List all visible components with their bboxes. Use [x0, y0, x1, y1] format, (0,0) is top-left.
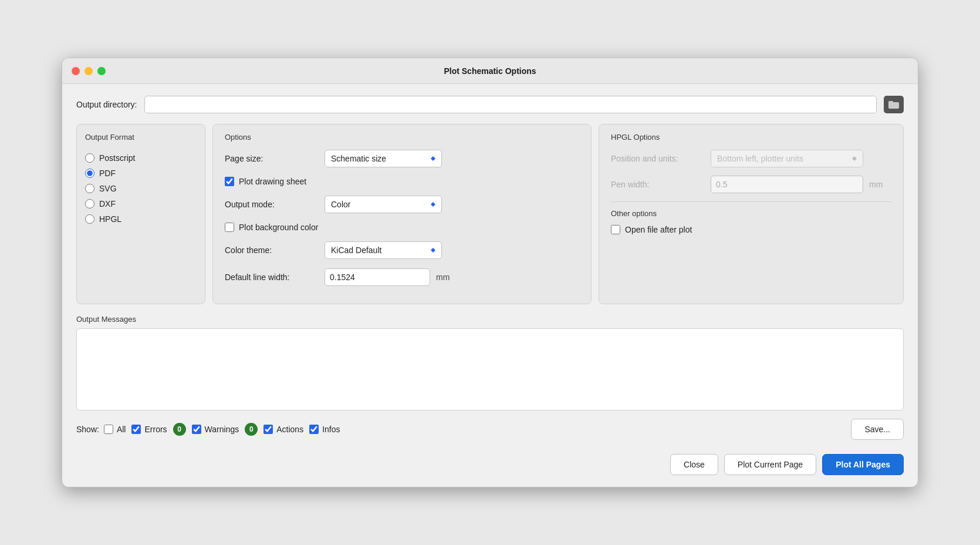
main-panels: Output Format Postscript PDF SVG [76, 124, 904, 304]
color-theme-label: Color theme: [225, 245, 319, 255]
show-label: Show: [76, 425, 99, 434]
radio-label-svg: SVG [99, 184, 117, 193]
output-format-radio-group: Postscript PDF SVG DXF [85, 153, 197, 224]
output-directory-input[interactable] [144, 96, 877, 113]
page-size-row: Page size: Schematic size A4 A3 Letter [225, 150, 579, 167]
color-theme-row: Color theme: KiCad Default User [225, 241, 579, 259]
radio-hpgl[interactable]: HPGL [85, 214, 197, 224]
radio-input-svg[interactable] [85, 184, 94, 193]
minimize-window-button[interactable] [85, 67, 93, 75]
radio-svg[interactable]: SVG [85, 184, 197, 193]
plot-background-label: Plot background color [239, 223, 318, 232]
pen-width-label: Pen width: [611, 180, 705, 189]
svg-rect-1 [888, 101, 893, 103]
plot-background-row: Plot background color [225, 223, 579, 232]
radio-input-postscript[interactable] [85, 153, 94, 163]
pen-width-unit: mm [869, 180, 883, 189]
close-window-button[interactable] [72, 67, 80, 75]
show-warnings-label: Warnings [205, 425, 239, 434]
plot-background-checkbox[interactable] [225, 223, 234, 232]
window-title: Plot Schematic Options [444, 66, 536, 76]
radio-label-dxf: DXF [99, 199, 116, 208]
radio-postscript[interactable]: Postscript [85, 153, 197, 163]
open-file-checkbox[interactable] [611, 225, 620, 234]
titlebar: Plot Schematic Options [62, 58, 918, 84]
default-line-width-input[interactable]: 0.1524 [325, 268, 430, 286]
save-button[interactable]: Save... [851, 419, 904, 440]
page-size-select[interactable]: Schematic size A4 A3 Letter [325, 150, 442, 167]
show-errors-label: Errors [144, 425, 167, 434]
bottom-buttons: Close Plot Current Page Plot All Pages [76, 448, 904, 475]
folder-icon [888, 100, 899, 109]
show-actions-label: Actions [276, 425, 303, 434]
options-title: Options [225, 133, 579, 142]
position-units-label: Position and units: [611, 154, 705, 163]
radio-input-pdf[interactable] [85, 169, 94, 178]
show-infos-checkbox[interactable] [309, 425, 319, 434]
plot-drawing-sheet-label: Plot drawing sheet [239, 177, 306, 186]
output-mode-row: Output mode: Color Black and White [225, 196, 579, 213]
filter-all: All [104, 425, 126, 434]
hpgl-options-title: HPGL Options [611, 133, 891, 142]
warnings-badge: 0 [245, 423, 258, 436]
radio-label-hpgl: HPGL [99, 214, 121, 224]
radio-input-dxf[interactable] [85, 199, 94, 208]
main-content: Output directory: Output Format Postscri… [62, 84, 918, 487]
show-infos-label: Infos [322, 425, 340, 434]
main-window: Plot Schematic Options Output directory:… [62, 58, 918, 487]
pen-width-row: Pen width: mm [611, 176, 891, 193]
options-panel: Options Page size: Schematic size A4 A3 … [212, 124, 592, 304]
output-mode-select[interactable]: Color Black and White [325, 196, 442, 213]
show-all-checkbox[interactable] [104, 425, 113, 434]
hpgl-options-panel: HPGL Options Position and units: Bottom … [599, 124, 904, 304]
output-messages-section: Output Messages [76, 315, 904, 411]
radio-label-pdf: PDF [99, 169, 116, 178]
default-line-width-unit: mm [436, 272, 450, 282]
output-format-panel: Output Format Postscript PDF SVG [76, 124, 205, 304]
output-format-title: Output Format [85, 133, 197, 142]
radio-input-hpgl[interactable] [85, 214, 94, 224]
output-directory-row: Output directory: [76, 96, 904, 113]
filter-infos: Infos [309, 425, 340, 434]
show-all-label: All [117, 425, 126, 434]
errors-badge: 0 [173, 423, 186, 436]
filter-warnings: Warnings 0 [192, 423, 258, 436]
plot-drawing-sheet-row: Plot drawing sheet [225, 177, 579, 186]
pen-width-input [711, 176, 863, 193]
maximize-window-button[interactable] [97, 67, 106, 75]
page-size-label: Page size: [225, 154, 319, 163]
position-units-row: Position and units: Bottom left, plotter… [611, 150, 891, 167]
plot-drawing-sheet-checkbox[interactable] [225, 177, 234, 186]
default-line-width-label: Default line width: [225, 272, 319, 282]
hpgl-divider [611, 201, 891, 202]
radio-pdf[interactable]: PDF [85, 169, 197, 178]
color-theme-select[interactable]: KiCad Default User [325, 241, 442, 259]
show-warnings-checkbox[interactable] [192, 425, 201, 434]
show-filters-row: Show: All Errors 0 Warnings 0 Actio [76, 419, 904, 440]
filter-actions: Actions [263, 425, 303, 434]
close-button[interactable]: Close [670, 454, 718, 475]
show-actions-checkbox[interactable] [263, 425, 273, 434]
filter-errors: Errors 0 [131, 423, 185, 436]
open-file-label: Open file after plot [625, 225, 692, 234]
show-errors-checkbox[interactable] [131, 425, 141, 434]
open-file-row: Open file after plot [611, 225, 891, 234]
output-mode-label: Output mode: [225, 200, 319, 209]
window-controls [72, 67, 106, 75]
other-options-title: Other options [611, 209, 891, 218]
radio-dxf[interactable]: DXF [85, 199, 197, 208]
plot-all-pages-button[interactable]: Plot All Pages [822, 454, 904, 475]
output-messages-title: Output Messages [76, 315, 904, 324]
messages-area [76, 328, 904, 411]
position-units-select: Bottom left, plotter units Top left Cent… [711, 150, 863, 167]
output-directory-label: Output directory: [76, 100, 137, 109]
browse-folder-button[interactable] [884, 96, 904, 113]
default-line-width-row: Default line width: 0.1524 mm [225, 268, 579, 286]
radio-label-postscript: Postscript [99, 153, 135, 163]
plot-current-page-button[interactable]: Plot Current Page [724, 454, 816, 475]
